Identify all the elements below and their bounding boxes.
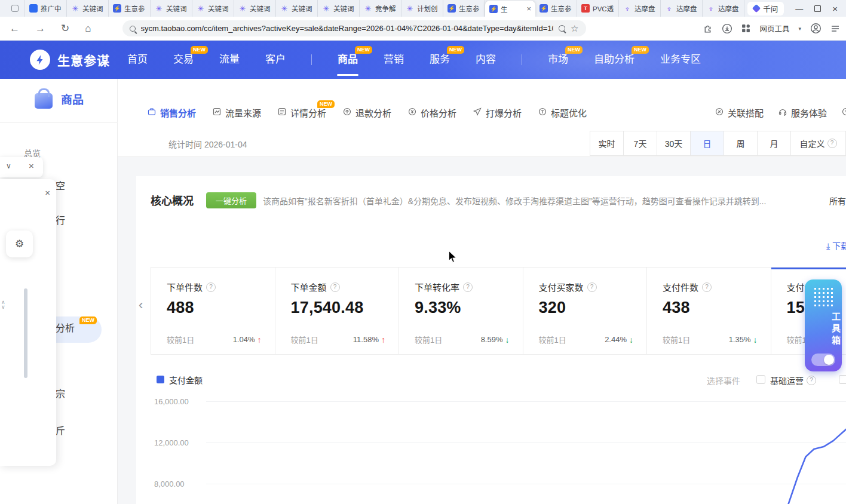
browser-tab-PVC透[interactable]: TPVC透 bbox=[577, 0, 619, 17]
nav-item-营销[interactable]: 营销 bbox=[384, 41, 404, 79]
browser-tab-关键词[interactable]: ✳关键词 bbox=[192, 0, 234, 17]
chevron-down-icon[interactable]: ∨ bbox=[6, 162, 11, 170]
cards-prev-arrow[interactable]: ‹ bbox=[139, 297, 143, 313]
sidebar-item-fragment[interactable]: 分析 bbox=[56, 320, 75, 334]
nav-item-服务[interactable]: 服务NEW bbox=[430, 41, 450, 79]
sidebar-item-fragment[interactable]: 行 bbox=[56, 213, 65, 227]
subnav-link-关联搭配[interactable]: 关联搭配 bbox=[715, 106, 764, 119]
web-tools-grid-icon[interactable] bbox=[741, 24, 750, 33]
chevron-down-icon[interactable]: ▾ bbox=[798, 26, 801, 32]
subnav-tab-标题优化[interactable]: 标题优化 bbox=[538, 106, 587, 119]
close-window-button[interactable]: × bbox=[832, 4, 838, 13]
url-field[interactable]: sycm.taobao.com/cc/item_archives?activeK… bbox=[122, 20, 586, 36]
question-icon[interactable] bbox=[587, 282, 597, 292]
menu-icon[interactable] bbox=[830, 24, 840, 33]
browser-tab-达摩盘[interactable]: ♆达摩盘 bbox=[661, 0, 703, 17]
download-link[interactable]: ⤓ 下载 bbox=[826, 239, 846, 251]
date-button-日[interactable]: 日 bbox=[690, 131, 724, 156]
nav-item-交易[interactable]: 交易NEW bbox=[173, 41, 194, 79]
sidebar-item-fragment[interactable]: 空 bbox=[56, 178, 65, 192]
date-button-实时[interactable]: 实时 bbox=[590, 131, 624, 156]
settings-gear-icon[interactable]: ⚙ bbox=[6, 231, 33, 257]
date-button-周[interactable]: 周 bbox=[724, 131, 758, 156]
forward-icon[interactable]: → bbox=[35, 23, 45, 33]
browser-tab-关键词[interactable]: ✳关键词 bbox=[151, 0, 192, 17]
brand[interactable]: 生意参谋 bbox=[30, 50, 110, 70]
metric-card-支付买家数[interactable]: 支付买家数320较前1日2.44%↓ bbox=[523, 268, 648, 354]
nav-item-内容[interactable]: 内容 bbox=[476, 41, 496, 79]
sidebar-item-fragment[interactable]: 斤 bbox=[56, 423, 65, 437]
base-operation-checkbox[interactable] bbox=[756, 375, 765, 384]
question-icon[interactable] bbox=[702, 282, 712, 292]
question-icon[interactable] bbox=[463, 282, 473, 292]
toolbox-toggle[interactable] bbox=[811, 354, 835, 366]
nav-item-首页[interactable]: 首页 bbox=[127, 41, 148, 79]
back-icon[interactable]: ← bbox=[10, 23, 20, 33]
maximize-button[interactable] bbox=[814, 5, 821, 12]
metric-card-下单转化率[interactable]: 下单转化率9.33%较前1日8.59%↓ bbox=[399, 268, 523, 354]
subnav-tab-价格分析[interactable]: 价格分析 bbox=[407, 106, 456, 119]
browser-tab-生意参[interactable]: ⚡生意参 bbox=[109, 0, 151, 17]
sidebar-item-fragment[interactable]: 宗 bbox=[56, 386, 65, 400]
zoom-page-icon[interactable] bbox=[559, 25, 565, 32]
reload-icon[interactable]: ↻ bbox=[61, 23, 69, 33]
browser-tab-生意参[interactable]: ⚡生意参 bbox=[443, 0, 485, 17]
floating-panel[interactable]: × ⚙ ∧∨ bbox=[0, 179, 56, 466]
web-tools-label[interactable]: 网页工具 bbox=[759, 23, 789, 34]
browser-tab-计划创[interactable]: ✳计划创 bbox=[401, 0, 443, 17]
all-terms-link[interactable]: 所有 bbox=[829, 195, 846, 207]
browser-tab-推广中[interactable]: 推广中 bbox=[25, 0, 67, 17]
browser-tab-关键词[interactable]: ✳关键词 bbox=[234, 0, 276, 17]
one-click-analyze-button[interactable]: 一键分析 bbox=[206, 192, 256, 208]
question-icon[interactable] bbox=[330, 282, 340, 292]
question-icon[interactable] bbox=[807, 376, 816, 385]
close-icon[interactable]: × bbox=[29, 161, 34, 171]
browser-tab-生意参[interactable]: ⚡生意参 bbox=[535, 0, 577, 17]
nav-item-业务专区[interactable]: 业务专区 bbox=[660, 41, 701, 79]
panel-collapse-chevrons[interactable]: ∧∨ bbox=[1, 300, 5, 309]
question-icon[interactable] bbox=[206, 282, 216, 292]
nav-item-自助分析[interactable]: 自助分析NEW bbox=[594, 41, 634, 79]
url-text[interactable]: sycm.taobao.com/cc/item_archives?activeK… bbox=[141, 24, 554, 33]
browser-tab[interactable] bbox=[5, 0, 25, 17]
assistant-button[interactable]: 千问 bbox=[747, 2, 784, 16]
extensions-icon[interactable] bbox=[703, 23, 713, 33]
download-icon[interactable] bbox=[722, 23, 732, 34]
subnav-tab-退款分析[interactable]: 退款分析 bbox=[342, 106, 391, 119]
browser-tab-关键词[interactable]: ✳关键词 bbox=[276, 0, 318, 17]
close-icon[interactable]: × bbox=[45, 188, 50, 198]
nav-item-客户[interactable]: 客户 bbox=[265, 41, 286, 79]
date-button-自定义[interactable]: 自定义 bbox=[790, 131, 846, 156]
nav-item-商品[interactable]: 商品NEW bbox=[338, 41, 358, 79]
nav-item-流量[interactable]: 流量 bbox=[219, 41, 240, 79]
minimize-button[interactable]: — bbox=[795, 5, 803, 13]
browser-tab-关键词[interactable]: ✳关键词 bbox=[318, 0, 360, 17]
subnav-link-clock[interactable] bbox=[841, 107, 846, 118]
tab-close-icon[interactable]: × bbox=[526, 5, 531, 13]
subnav-link-服务体验[interactable]: 服务体验 bbox=[778, 106, 827, 119]
floating-popup-small[interactable]: ∨ × bbox=[0, 157, 43, 177]
browser-tab-关键词[interactable]: ✳关键词 bbox=[67, 0, 109, 17]
nav-item-市场[interactable]: 市场NEW bbox=[548, 41, 568, 79]
scrollbar-thumb[interactable] bbox=[24, 288, 27, 378]
metric-card-下单金额[interactable]: 下单金额17,540.48较前1日11.58%↑ bbox=[275, 268, 400, 354]
subnav-tab-详情分析[interactable]: 详情分析NEW bbox=[277, 106, 326, 119]
browser-tab-达摩盘[interactable]: ♆达摩盘 bbox=[619, 0, 661, 17]
metric-card-下单件数[interactable]: 下单件数488较前1日1.04%↑ bbox=[151, 268, 275, 354]
subnav-tab-打爆分析[interactable]: 打爆分析 bbox=[473, 106, 522, 119]
toolbox-widget[interactable]: 工具箱 bbox=[805, 279, 842, 371]
bookmark-star-icon[interactable]: ☆ bbox=[571, 23, 578, 34]
date-button-30天[interactable]: 30天 bbox=[657, 131, 691, 156]
payment-trend-line-chart[interactable] bbox=[206, 388, 846, 504]
second-event-checkbox[interactable] bbox=[839, 375, 846, 384]
browser-tab-达摩盘[interactable]: ♆达摩盘 bbox=[703, 0, 744, 17]
home-icon[interactable]: ⌂ bbox=[85, 23, 91, 33]
browser-tab-竞争解[interactable]: ✳竞争解 bbox=[360, 0, 401, 17]
profile-avatar-icon[interactable] bbox=[810, 23, 822, 34]
site-info-icon[interactable] bbox=[130, 26, 136, 32]
date-button-月[interactable]: 月 bbox=[757, 131, 791, 156]
metric-card-支付件数[interactable]: 支付件数438较前1日1.35%↓ bbox=[647, 268, 771, 354]
subnav-tab-销售分析[interactable]: 销售分析 bbox=[147, 106, 196, 119]
date-button-7天[interactable]: 7天 bbox=[623, 131, 657, 156]
browser-tab-生[interactable]: ⚡生× bbox=[485, 1, 535, 17]
